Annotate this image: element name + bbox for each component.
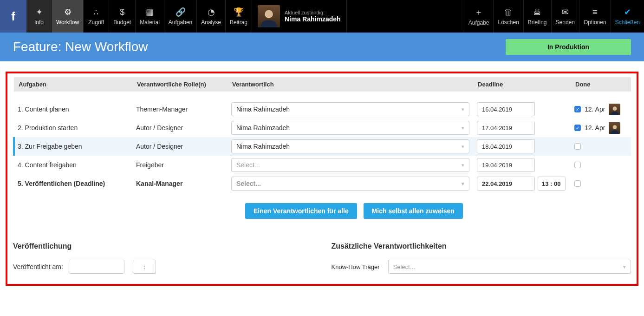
- task-role: Kanal-Manager: [132, 174, 228, 193]
- done-checkbox[interactable]: [574, 180, 581, 187]
- aufgabe-icon: ＋: [475, 7, 483, 18]
- published-at-label: Veröffentlicht am:: [13, 263, 63, 270]
- löschen-icon: 🗑: [504, 7, 513, 17]
- chevron-down-icon: ▾: [462, 181, 464, 187]
- material-icon: ▦: [146, 7, 154, 17]
- nav-aufgabe[interactable]: ＋Aufgabe: [464, 0, 494, 33]
- nav-beitrag[interactable]: 🏆Beitrag: [226, 0, 252, 33]
- responsible-select[interactable]: Nima Rahimzadeh▾: [231, 102, 469, 116]
- done-date: 12. Apr: [585, 124, 605, 132]
- assign-button-row: Einen Verantwortlichen für alle Mich sel…: [245, 203, 631, 219]
- briefing-icon: 🖶: [533, 7, 541, 17]
- th-tasks: Aufgaben: [14, 77, 132, 92]
- nav-material[interactable]: ▦Material: [136, 0, 164, 33]
- chevron-down-icon: ▾: [462, 144, 464, 150]
- th-done: Done: [571, 77, 631, 92]
- budget-icon: $: [120, 7, 124, 17]
- chevron-down-icon: ▾: [623, 264, 626, 270]
- svg-point-2: [612, 125, 617, 129]
- nav-budget[interactable]: $Budget: [109, 0, 136, 33]
- topbar: f ✦Info⚙Workflow⛬Zugriff$Budget▦Material…: [0, 0, 644, 33]
- task-row: 1. Content planenThemen-ManagerNima Rahi…: [14, 100, 631, 118]
- nav-info[interactable]: ✦Info: [26, 0, 52, 33]
- info-icon: ✦: [36, 7, 43, 17]
- chevron-down-icon: ▾: [462, 125, 464, 131]
- th-role: Verantwortliche Rolle(n): [132, 77, 228, 92]
- published-date-input[interactable]: [69, 260, 124, 274]
- task-name: 3. Zur Freigabe geben: [14, 137, 132, 156]
- done-checkbox[interactable]: [574, 162, 581, 168]
- published-time-input[interactable]: :: [133, 260, 156, 274]
- done-checkbox[interactable]: ✓: [574, 125, 581, 131]
- assign-one-all-button[interactable]: Einen Verantwortlichen für alle: [245, 203, 357, 219]
- extra-resp-section: Zusätzliche Verantwortlichkeiten Know-Ho…: [332, 242, 631, 274]
- beitrag-icon: 🏆: [234, 7, 244, 17]
- assign-self-all-button[interactable]: Mich selbst allen zuweisen: [364, 203, 463, 219]
- nav-schließen[interactable]: ✔Schließen: [611, 0, 644, 33]
- nav-löschen[interactable]: 🗑Löschen: [493, 0, 523, 33]
- titlebar: Feature: New Workflow In Produktion: [0, 33, 644, 61]
- task-row: 2. Produktion startenAutor / DesignerNim…: [14, 118, 631, 137]
- status-button[interactable]: In Produktion: [506, 39, 631, 55]
- publication-section: Veröffentlichung Veröffentlicht am: :: [13, 242, 313, 274]
- nav-senden[interactable]: ✉Senden: [551, 0, 579, 33]
- nav-optionen[interactable]: ≡Optionen: [579, 0, 611, 33]
- page-title: Feature: New Workflow: [13, 40, 148, 54]
- extra-resp-title: Zusätzliche Verantwortlichkeiten: [332, 242, 631, 250]
- task-row: 5. Veröffentlichen (Deadline)Kanal-Manag…: [14, 174, 631, 193]
- done-date: 12. Apr: [585, 105, 605, 113]
- task-role: Freigeber: [132, 156, 228, 174]
- nav-zugriff[interactable]: ⛬Zugriff: [84, 0, 109, 33]
- chevron-down-icon: ▾: [462, 106, 464, 112]
- optionen-icon: ≡: [592, 7, 598, 17]
- responsible-select[interactable]: Select...▾: [231, 177, 469, 191]
- deadline-input[interactable]: 22.04.2019: [477, 177, 535, 191]
- zugriff-icon: ⛬: [92, 7, 100, 17]
- deadline-time-input[interactable]: 13 : 00: [538, 177, 566, 191]
- senden-icon: ✉: [562, 7, 569, 17]
- nav-aufgaben[interactable]: 🔗Aufgaben: [164, 0, 197, 33]
- task-role: Autor / Designer: [132, 137, 228, 156]
- task-name: 4. Content freigaben: [14, 156, 132, 174]
- responsible-select[interactable]: Nima Rahimzadeh▾: [231, 139, 469, 153]
- deadline-input[interactable]: 17.04.2019: [477, 121, 535, 135]
- task-row: 3. Zur Freigabe gebenAutor / DesignerNim…: [14, 137, 631, 156]
- aufgaben-icon: 🔗: [176, 7, 186, 17]
- svg-point-1: [612, 106, 617, 111]
- highlighted-frame: Aufgaben Verantwortliche Rolle(n) Verant…: [6, 72, 638, 286]
- avatar: [609, 104, 620, 115]
- task-role: Autor / Designer: [132, 118, 228, 137]
- schließen-icon: ✔: [624, 7, 631, 17]
- task-name: 2. Produktion starten: [14, 118, 132, 137]
- task-row: 4. Content freigabenFreigeberSelect...▾1…: [14, 156, 631, 174]
- assignee-block: Aktuell zuständig: Nima Rahimzadeh: [252, 0, 347, 33]
- th-resp: Verantwortlich: [228, 77, 473, 92]
- done-checkbox[interactable]: ✓: [574, 106, 581, 112]
- responsible-select[interactable]: Select...▾: [231, 158, 469, 172]
- task-role: Themen-Manager: [132, 100, 228, 118]
- task-name: 5. Veröffentlichen (Deadline): [14, 174, 132, 193]
- deadline-input[interactable]: 16.04.2019: [477, 102, 535, 116]
- th-deadline: Deadline: [473, 77, 571, 92]
- knowhow-label: Know-How Träger: [332, 263, 380, 270]
- responsible-select[interactable]: Nima Rahimzadeh▾: [231, 121, 469, 135]
- workflow-icon: ⚙: [64, 7, 72, 17]
- deadline-input[interactable]: 18.04.2019: [477, 139, 535, 153]
- done-checkbox[interactable]: [574, 143, 581, 150]
- avatar: [258, 5, 280, 27]
- nav-analyse[interactable]: ◔Analyse: [197, 0, 226, 33]
- knowhow-select[interactable]: Select...▾: [388, 260, 631, 274]
- tasks-table: Aufgaben Verantwortliche Rolle(n) Verant…: [13, 77, 631, 193]
- svg-point-0: [265, 10, 273, 19]
- analyse-icon: ◔: [208, 7, 215, 17]
- facebook-logo: f: [0, 0, 26, 33]
- task-name: 1. Content planen: [14, 100, 132, 118]
- chevron-down-icon: ▾: [462, 162, 464, 168]
- assignee-label: Aktuell zuständig:: [285, 10, 341, 15]
- nav-workflow[interactable]: ⚙Workflow: [52, 0, 84, 33]
- avatar: [609, 122, 620, 134]
- deadline-input[interactable]: 19.04.2019: [477, 158, 535, 172]
- publication-title: Veröffentlichung: [13, 242, 313, 250]
- assignee-name: Nima Rahimzadeh: [285, 15, 341, 23]
- nav-briefing[interactable]: 🖶Briefing: [523, 0, 551, 33]
